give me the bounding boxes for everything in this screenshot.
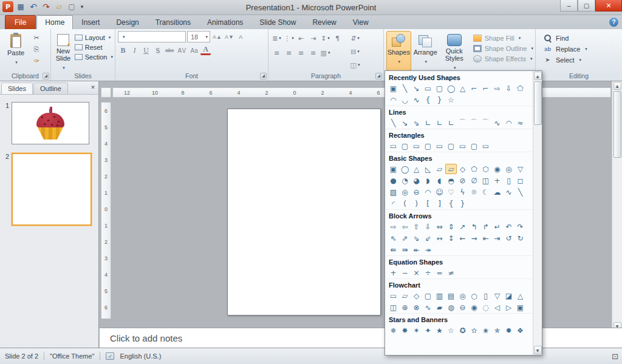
slide-1-thumbnail[interactable] xyxy=(12,102,89,144)
tab-view[interactable]: View xyxy=(345,16,377,29)
shape-item[interactable]: ⇘ xyxy=(411,118,422,128)
shape-item[interactable]: ▢ xyxy=(434,83,445,93)
shape-item[interactable]: ◯ xyxy=(399,164,411,174)
shape-item[interactable]: ⇦ xyxy=(399,221,411,232)
shape-item[interactable]: ⇜ xyxy=(457,233,468,243)
shape-item[interactable]: ⇤ xyxy=(480,233,491,243)
shape-item[interactable]: ☁ xyxy=(491,187,503,197)
shape-item[interactable]: ] xyxy=(434,198,445,209)
menu-scroll-up-icon[interactable]: ▲ xyxy=(534,72,542,80)
shape-item[interactable]: ) xyxy=(411,198,422,209)
shape-item[interactable]: ▱ xyxy=(445,164,457,174)
shape-item[interactable]: ◗ xyxy=(422,175,434,186)
vertical-ruler[interactable]: 6543210123456 xyxy=(101,102,111,319)
slide-2-thumbnail[interactable] xyxy=(12,153,92,226)
new-file-icon[interactable]: ▢ xyxy=(66,1,77,12)
shape-item[interactable]: ▥ xyxy=(434,291,445,301)
shape-item[interactable]: ◉ xyxy=(468,302,480,312)
shape-item[interactable]: ↕ xyxy=(445,233,457,243)
shape-fill-button[interactable]: Shape Fill xyxy=(473,35,533,42)
shape-item[interactable]: ♡ xyxy=(445,187,457,197)
underline-button[interactable]: U xyxy=(141,45,151,56)
shape-item[interactable]: ∟ xyxy=(434,118,445,128)
paste-button[interactable]: Paste xyxy=(2,31,29,71)
shape-item[interactable]: ⇨ xyxy=(491,83,503,93)
open-icon[interactable]: ▱ xyxy=(53,1,64,12)
panel-tab-outline[interactable]: Outline xyxy=(33,83,68,94)
shape-item[interactable]: ÷ xyxy=(422,268,434,278)
shape-effects-button[interactable]: Shape Effects xyxy=(473,55,533,62)
shape-item[interactable]: ↠ xyxy=(422,244,434,255)
shape-item[interactable]: △ xyxy=(514,291,526,301)
shape-item[interactable]: ◎ xyxy=(399,187,411,197)
scrollbar-thumb[interactable] xyxy=(613,91,621,158)
new-slide-dropdown-arrow-icon[interactable] xyxy=(61,63,65,70)
shape-item[interactable]: ⌒ xyxy=(480,118,491,128)
shape-item[interactable]: ◖ xyxy=(434,175,445,186)
shape-item[interactable]: ◺ xyxy=(422,164,434,174)
font-name-combo[interactable] xyxy=(118,31,186,42)
shape-item[interactable]: ▢ xyxy=(468,141,480,151)
maximize-button[interactable]: ▢ xyxy=(578,0,595,12)
shape-item[interactable]: } xyxy=(434,95,445,105)
shape-item[interactable]: ☆ xyxy=(445,325,457,335)
shape-item[interactable]: ↔ xyxy=(434,233,445,243)
menu-scroll-down-icon[interactable]: ▼ xyxy=(534,346,542,354)
decrease-indent-button[interactable]: ⇤ xyxy=(295,33,307,44)
shape-item[interactable]: ▱ xyxy=(399,291,411,301)
shape-item[interactable]: = xyxy=(434,268,445,278)
shape-item[interactable]: ✫ xyxy=(468,325,480,335)
shape-item[interactable]: ◡ xyxy=(399,95,411,105)
shape-item[interactable]: − xyxy=(399,268,411,278)
shape-item[interactable]: ⇩ xyxy=(503,83,514,93)
tab-design[interactable]: Design xyxy=(108,16,146,29)
shape-item[interactable]: } xyxy=(457,198,468,209)
shape-item[interactable]: ✦ xyxy=(422,325,434,335)
shape-item[interactable]: ≠ xyxy=(445,268,457,278)
shape-item[interactable]: + xyxy=(388,268,399,278)
scrollbar-track[interactable] xyxy=(613,90,621,322)
shape-item[interactable]: ● xyxy=(388,175,399,186)
replace-button[interactable]: abReplace xyxy=(543,45,587,53)
tab-review[interactable]: Review xyxy=(304,16,344,29)
convert-smartart-button[interactable]: ◫ xyxy=(349,59,361,70)
tab-insert[interactable]: Insert xyxy=(73,16,108,29)
shapes-button[interactable]: Shapes xyxy=(386,31,411,71)
shape-item[interactable]: ≈ xyxy=(514,118,526,128)
shape-item[interactable]: ◯ xyxy=(445,83,457,93)
theme-name[interactable]: "Office Theme" xyxy=(50,352,94,360)
shape-item[interactable]: ▭ xyxy=(388,291,399,301)
shape-item[interactable]: ⇨ xyxy=(388,221,399,232)
shape-item[interactable]: ◌ xyxy=(480,302,491,312)
shape-item[interactable]: ▭ xyxy=(388,141,399,151)
shape-item[interactable]: ⬠ xyxy=(468,164,480,174)
layout-button[interactable]: Layout xyxy=(75,34,113,41)
shape-item[interactable]: ⇙ xyxy=(422,233,434,243)
slide-canvas[interactable] xyxy=(227,109,381,315)
arrange-dropdown-arrow-icon[interactable] xyxy=(423,57,427,64)
shape-item[interactable]: ↶ xyxy=(503,221,514,232)
shape-item[interactable]: { xyxy=(422,95,434,105)
shape-item[interactable]: ↱ xyxy=(480,221,491,232)
shape-item[interactable]: ↵ xyxy=(491,221,503,232)
character-spacing-button[interactable]: AV xyxy=(177,45,188,56)
text-direction-button[interactable]: ¶ xyxy=(332,33,343,44)
tab-transitions[interactable]: Transitions xyxy=(148,16,199,29)
shape-item[interactable]: ϟ xyxy=(457,187,468,197)
numbering-button[interactable]: ⋮ xyxy=(283,33,295,44)
shape-item[interactable]: ⊖ xyxy=(411,187,422,197)
shape-item[interactable]: ▯ xyxy=(503,175,514,186)
cut-button[interactable]: ✂ xyxy=(30,33,43,42)
shape-item[interactable]: ⇥ xyxy=(491,233,503,243)
shapes-menu-scrollbar[interactable]: ▲ ▼ xyxy=(533,71,542,355)
shape-item[interactable]: ╲ xyxy=(399,83,411,93)
shape-item[interactable]: + xyxy=(491,175,503,186)
shape-item[interactable]: ✪ xyxy=(457,325,468,335)
shape-item[interactable]: ◔ xyxy=(399,175,411,186)
tab-slide-show[interactable]: Slide Show xyxy=(251,16,304,29)
shape-item[interactable]: ▤ xyxy=(445,291,457,301)
tab-animations[interactable]: Animations xyxy=(199,16,251,29)
shape-item[interactable]: ∟ xyxy=(445,118,457,128)
paste-dropdown-arrow-icon[interactable] xyxy=(14,58,18,65)
panel-tab-slides[interactable]: Slides xyxy=(1,83,33,94)
